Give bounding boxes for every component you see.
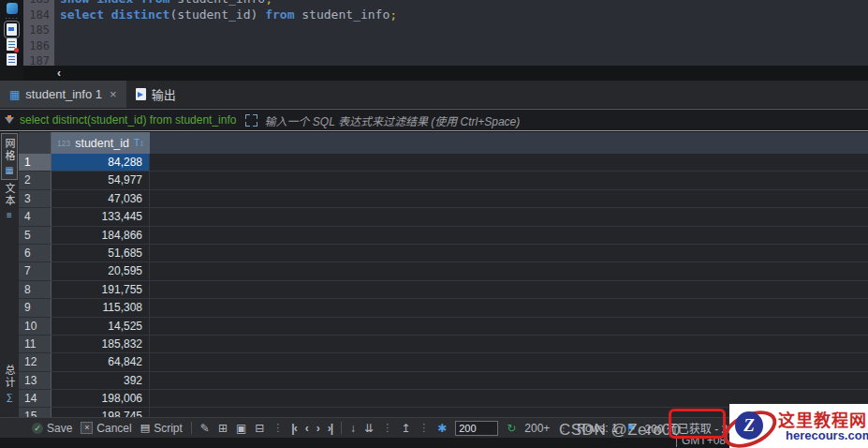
cancel-button[interactable]: ×Cancel	[81, 422, 131, 435]
add-row-button[interactable]: ⊞	[218, 422, 228, 435]
filter-sql-text[interactable]: select distinct(student_id) from student…	[20, 113, 236, 127]
row-filler	[150, 299, 868, 317]
close-icon[interactable]: ×	[110, 87, 117, 101]
script-plan-icon[interactable]	[5, 53, 19, 66]
table-row[interactable]: 11185,832	[19, 336, 868, 353]
edit-value-button[interactable]: ✎	[200, 422, 210, 435]
row-number-cell[interactable]: 7	[19, 262, 51, 280]
fetch-next-page-button[interactable]: ↓	[350, 422, 356, 435]
row-number-cell[interactable]: 2	[19, 172, 51, 189]
row-number-cell[interactable]: 10	[19, 318, 51, 336]
cell-student-id[interactable]: 64,842	[51, 353, 150, 371]
row-filler	[150, 154, 868, 172]
sql-editor[interactable]: ···· 183184185186187 show index from stu…	[0, 0, 868, 66]
export-resultset-button[interactable]: ↥	[401, 422, 410, 435]
cell-student-id[interactable]: 191,755	[51, 281, 150, 299]
cell-student-id[interactable]: 198,006	[51, 390, 150, 408]
row-number-cell[interactable]: 6	[19, 245, 51, 262]
cell-student-id[interactable]: 198,745	[51, 408, 150, 417]
side-tab-label: 网格	[2, 138, 17, 162]
table-row[interactable]: 720,595	[19, 262, 868, 280]
dbeaver-gem-icon[interactable]	[5, 3, 19, 14]
cell-student-id[interactable]: 84,288	[51, 154, 150, 172]
cell-student-id[interactable]: 115,308	[51, 299, 150, 317]
next-row-button[interactable]: ›	[316, 422, 319, 435]
last-row-button[interactable]: ›|	[328, 422, 332, 435]
text-view-tab[interactable]: 文本≡	[2, 179, 17, 224]
cell-student-id[interactable]: 392	[51, 372, 150, 390]
row-number-cell[interactable]: 1	[19, 154, 51, 172]
cell-student-id[interactable]: 133,445	[51, 208, 150, 226]
editor-hscrollbar[interactable]: ‹	[23, 66, 868, 81]
row-number-cell[interactable]: 13	[19, 372, 51, 390]
fetch-size-input[interactable]	[455, 421, 498, 436]
delete-row-button[interactable]: ⊟	[255, 422, 264, 435]
row-filler	[150, 372, 868, 390]
table-row[interactable]: 1014,525	[19, 318, 868, 336]
row-number-cell[interactable]: 12	[19, 353, 51, 371]
row-number-cell[interactable]: 9	[19, 299, 51, 317]
scroll-left-icon[interactable]: ‹	[57, 67, 61, 80]
calc-panel-tab[interactable]: 总计∑	[2, 361, 17, 406]
table-row[interactable]: 13392	[19, 372, 868, 390]
table-row[interactable]: 254,977	[19, 172, 868, 189]
fetch-settings-icon[interactable]: ✱	[437, 422, 447, 435]
result-side-strip: 网格▦文本≡总计∑	[0, 132, 19, 417]
fetch-all-rows-button[interactable]: ⇊	[364, 422, 374, 435]
side-tab-label: 总计	[2, 365, 17, 389]
cell-student-id[interactable]: 185,832	[51, 336, 150, 353]
table-row[interactable]: 651,685	[19, 245, 868, 262]
column-filter-sort-icon[interactable]: T↕	[134, 138, 144, 148]
first-row-button[interactable]: |‹	[291, 422, 296, 435]
result-grid[interactable]: 123 student_id T↕ 184,288254,977347,0364…	[19, 132, 868, 417]
overflow-menu-icon[interactable]: ⋮	[382, 422, 392, 434]
table-row[interactable]: 1264,842	[19, 353, 868, 371]
filter-hint-text[interactable]: 输入一个 SQL 表达式来过滤结果 (使用 Ctrl+Space)	[264, 112, 520, 128]
grid-view-tab[interactable]: 网格▦	[2, 134, 17, 179]
table-row[interactable]: 9115,308	[19, 299, 868, 317]
expand-filter-icon[interactable]	[245, 114, 257, 127]
more-dots-icon: ····	[5, 17, 19, 21]
button-label: Script	[154, 422, 183, 435]
cell-student-id[interactable]: 51,685	[51, 245, 150, 262]
table-row[interactable]: 5184,866	[19, 227, 868, 245]
table-row[interactable]: 4133,445	[19, 208, 868, 226]
script-button[interactable]: ▤Script	[140, 422, 183, 435]
row-number-cell[interactable]: 4	[19, 208, 51, 226]
refresh-button[interactable]: ↻	[507, 422, 516, 435]
row-number-cell[interactable]: 11	[19, 336, 51, 353]
duplicate-row-button[interactable]: ▣	[236, 422, 246, 435]
result-tab-bar: ▦ student_info 1 × 输出	[0, 81, 868, 109]
logo-z-icon: Z	[735, 411, 763, 440]
row-number-cell[interactable]: 14	[19, 390, 51, 408]
overflow-menu-icon[interactable]: ⋮	[419, 422, 429, 434]
grid-corner-cell[interactable]	[19, 132, 51, 154]
check-circle-icon: ✓	[32, 423, 43, 434]
execute-script-icon[interactable]	[5, 23, 19, 36]
previous-row-button[interactable]: ‹	[305, 422, 308, 435]
row-number-cell[interactable]: 3	[19, 190, 51, 208]
script-unsaved-icon[interactable]	[5, 38, 19, 51]
editor-code[interactable]: show index from student_info;select dist…	[54, 0, 868, 66]
cell-student-id[interactable]: 54,977	[51, 172, 150, 189]
code-line: select distinct(student_id) from student…	[60, 7, 868, 23]
table-row[interactable]: 184,288	[19, 154, 868, 172]
logo-domain: herecours.com	[786, 428, 868, 442]
row-number-cell[interactable]: 15	[19, 408, 51, 417]
cell-student-id[interactable]: 14,525	[51, 318, 150, 336]
row-number-cell[interactable]: 5	[19, 227, 51, 245]
pin-flag-icon: ⚑	[626, 422, 637, 435]
row-number-cell[interactable]: 8	[19, 281, 51, 299]
cell-student-id[interactable]: 184,866	[51, 227, 150, 245]
cell-student-id[interactable]: 20,595	[51, 262, 150, 280]
tab-output[interactable]: 输出	[126, 81, 185, 108]
tab-student-info-1[interactable]: ▦ student_info 1 ×	[0, 81, 126, 108]
result-filter-bar[interactable]: select distinct(student_id) from student…	[0, 109, 868, 131]
save-button[interactable]: ✓Save	[32, 422, 72, 435]
table-row[interactable]: 8191,755	[19, 281, 868, 299]
cell-student-id[interactable]: 47,036	[51, 190, 150, 208]
overflow-menu-icon[interactable]: ⋮	[272, 422, 283, 434]
overflow-menu-icon[interactable]: ⋮	[558, 422, 568, 434]
column-header-student-id[interactable]: 123 student_id T↕	[51, 132, 150, 154]
table-row[interactable]: 347,036	[19, 190, 868, 208]
